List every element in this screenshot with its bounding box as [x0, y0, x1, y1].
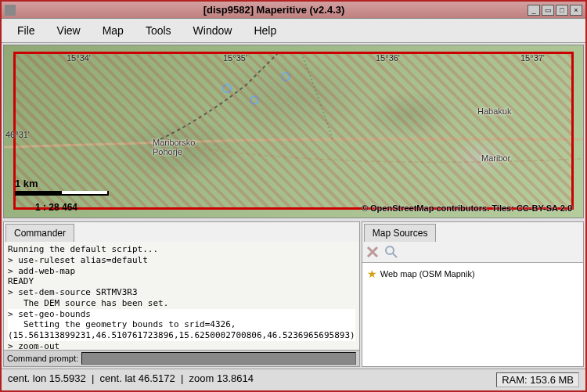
status-coords: cent. lon 15.5932 | cent. lat 46.5172 | …: [8, 372, 496, 387]
commander-console[interactable]: Running the default script...> use-rules…: [4, 242, 359, 350]
place-label-habakuk: Habakuk: [477, 106, 511, 116]
lon-tick: 15°35': [223, 53, 247, 63]
star-icon: ★: [367, 268, 377, 280]
command-input[interactable]: [81, 352, 356, 365]
minimize-button[interactable]: _: [528, 5, 540, 16]
scale-bar: 1 km: [15, 178, 109, 196]
scale-distance: 1 km: [15, 178, 109, 189]
restore-button[interactable]: ▭: [542, 5, 554, 16]
map-canvas[interactable]: 15°34' 15°35' 15°36' 15°37' 46°31' Marib…: [3, 45, 584, 218]
place-label-maribor: Maribor: [481, 153, 510, 163]
map-sources-tab[interactable]: Map Sources: [364, 224, 437, 242]
map-attribution: © OpenStreetMap contributors. Tiles: CC-…: [362, 203, 572, 213]
source-item[interactable]: ★ Web map (OSM Mapnik): [367, 266, 578, 282]
map-sources-panel: Map Sources ★ Web map (OSM Mapnik): [362, 221, 584, 367]
menu-window[interactable]: Window: [184, 22, 242, 39]
scale-ratio: 1 : 28 464: [35, 202, 77, 213]
commander-panel: Commander Running the default script...>…: [3, 221, 360, 367]
bottom-panels: Commander Running the default script...>…: [2, 220, 585, 369]
lon-tick: 15°36': [376, 53, 400, 63]
menubar: File View Map Tools Window Help: [2, 19, 585, 43]
menu-map[interactable]: Map: [93, 22, 133, 39]
app-icon: [5, 5, 16, 16]
menu-tools[interactable]: Tools: [136, 22, 181, 39]
status-ram: RAM: 153.6 MB: [496, 372, 579, 387]
menu-file[interactable]: File: [8, 22, 45, 39]
sources-toolbar: [362, 242, 583, 263]
app-window: [disp9582] Maperitive (v2.4.3) _ ▭ □ × F…: [0, 0, 587, 392]
maximize-button[interactable]: □: [556, 5, 568, 16]
status-bar: cent. lon 15.5932 | cent. lat 46.5172 | …: [2, 369, 585, 390]
commander-tab[interactable]: Commander: [5, 224, 74, 242]
window-controls: _ ▭ □ ×: [528, 5, 582, 16]
window-title: [disp9582] Maperitive (v2.4.3): [20, 4, 528, 16]
lat-tick: 46°31': [5, 130, 30, 139]
command-prompt-label: Command prompt:: [7, 354, 78, 363]
delete-source-icon[interactable]: [366, 245, 380, 259]
zoom-source-icon[interactable]: [384, 245, 398, 259]
sources-list[interactable]: ★ Web map (OSM Mapnik): [362, 263, 583, 366]
source-item-label: Web map (OSM Mapnik): [380, 269, 475, 279]
lon-tick: 15°37': [520, 53, 545, 63]
titlebar[interactable]: [disp9582] Maperitive (v2.4.3) _ ▭ □ ×: [2, 2, 585, 19]
menu-view[interactable]: View: [48, 22, 90, 39]
menu-help[interactable]: Help: [244, 22, 286, 39]
command-prompt-row: Command prompt:: [4, 350, 359, 366]
place-label-pohorje: Mariborsko Pohorje: [153, 138, 195, 156]
lon-tick: 15°34': [67, 53, 91, 63]
close-button[interactable]: ×: [570, 5, 582, 16]
svg-point-3: [386, 246, 394, 254]
